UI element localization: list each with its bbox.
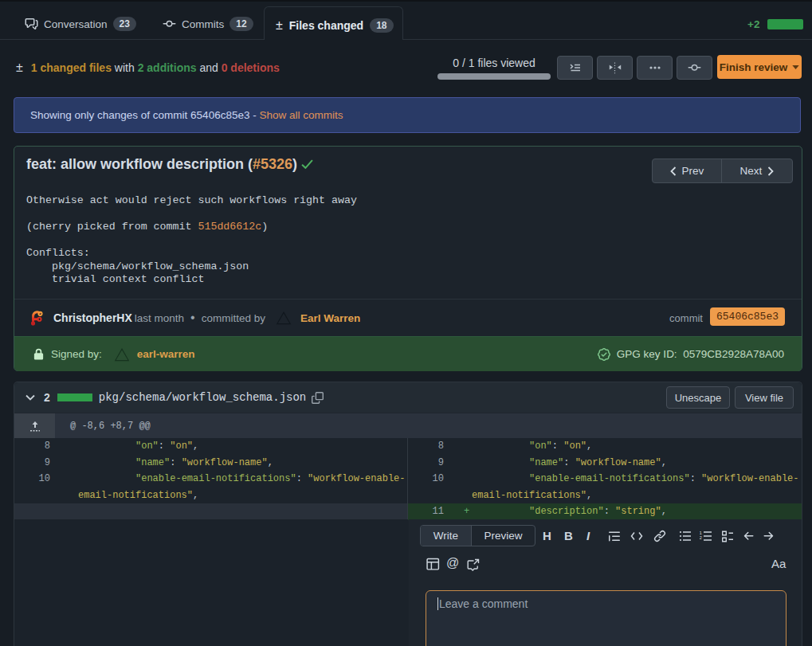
svg-text:2: 2 (700, 535, 703, 540)
